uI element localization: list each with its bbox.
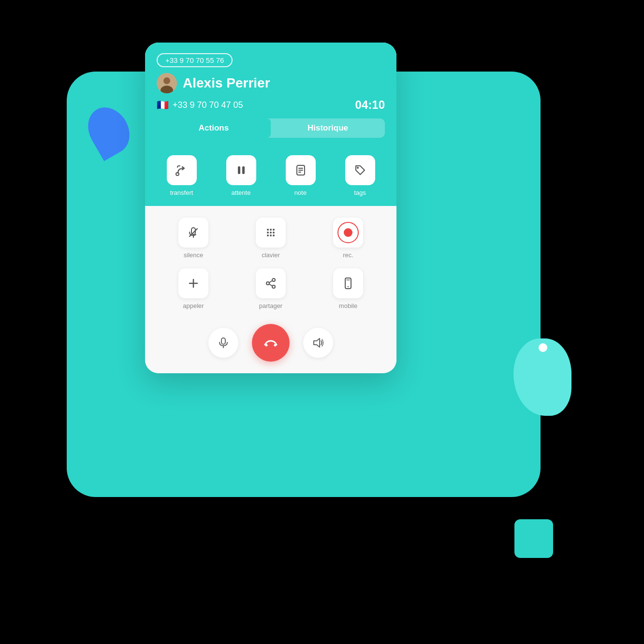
clavier-label: clavier — [262, 251, 280, 259]
svg-line-28 — [269, 281, 272, 283]
flag-icon: 🇫🇷 — [157, 99, 169, 111]
phone-card: +33 9 70 70 55 76 Alexis Perrier 🇫🇷 +33 … — [145, 43, 396, 373]
silence-icon-box — [178, 218, 208, 248]
svg-point-27 — [272, 285, 275, 288]
volume-button[interactable] — [303, 328, 333, 358]
hangup-icon — [263, 335, 278, 351]
tags-icon-box — [345, 155, 375, 185]
dot-decoration-right — [539, 343, 547, 352]
action-attente[interactable]: attente — [214, 155, 268, 196]
svg-rect-5 — [242, 166, 245, 174]
tag-icon — [353, 163, 367, 177]
svg-point-17 — [267, 232, 269, 234]
action-rec[interactable]: rec. — [314, 218, 382, 259]
transfert-icon-box — [167, 155, 197, 185]
svg-line-29 — [269, 284, 272, 286]
call-number-row: 🇫🇷 +33 9 70 70 47 05 — [157, 99, 243, 111]
clavier-icon-box — [256, 218, 286, 248]
svg-point-20 — [267, 234, 269, 236]
tags-label: tags — [354, 189, 366, 196]
note-label: note — [294, 189, 307, 196]
tab-actions[interactable]: Actions — [157, 118, 271, 138]
hangup-button[interactable] — [252, 324, 290, 362]
note-icon — [294, 163, 307, 177]
svg-point-21 — [270, 234, 272, 236]
partager-icon-box — [256, 268, 286, 298]
svg-point-1 — [163, 77, 170, 84]
action-clavier[interactable]: clavier — [237, 218, 305, 259]
rec-icon-box — [333, 218, 363, 248]
mobile-label: mobile — [339, 302, 357, 309]
avatar-svg — [157, 73, 177, 93]
actions-section: transfert attente — [145, 147, 396, 206]
partager-label: partager — [259, 302, 282, 309]
action-appeler[interactable]: appeler — [160, 268, 227, 309]
contact-row: Alexis Perrier — [157, 73, 385, 93]
action-silence[interactable]: silence — [160, 218, 227, 259]
scene: +33 9 70 70 55 76 Alexis Perrier 🇫🇷 +33 … — [0, 0, 644, 644]
action-partager[interactable]: partager — [237, 268, 305, 309]
phone-header: +33 9 70 70 55 76 Alexis Perrier 🇫🇷 +33 … — [145, 43, 396, 147]
keypad-icon — [264, 226, 278, 239]
svg-point-31 — [348, 286, 349, 287]
svg-point-16 — [273, 229, 275, 231]
svg-rect-4 — [238, 166, 240, 174]
mobile-icon-box — [333, 268, 363, 298]
svg-point-26 — [266, 282, 269, 285]
volume-icon — [312, 337, 324, 349]
display-number: +33 9 70 70 55 76 — [165, 56, 224, 64]
svg-point-14 — [267, 229, 269, 231]
avatar — [157, 73, 177, 93]
share-icon — [264, 277, 278, 290]
note-icon-box — [286, 155, 316, 185]
svg-rect-33 — [221, 338, 225, 344]
accent-square — [514, 519, 553, 558]
action-tags[interactable]: tags — [333, 155, 387, 196]
svg-point-15 — [270, 229, 272, 231]
attente-label: attente — [232, 189, 251, 196]
tabs-row: Actions Historique — [157, 118, 385, 138]
bottom-section: silence — [145, 206, 396, 373]
rec-label: rec. — [343, 251, 353, 259]
transfert-label: transfert — [170, 189, 193, 196]
action-transfert[interactable]: transfert — [155, 155, 208, 196]
call-controls — [160, 324, 382, 362]
transfer-icon — [175, 163, 189, 177]
svg-marker-35 — [314, 338, 320, 347]
mic-off-icon — [187, 226, 200, 239]
action-mobile[interactable]: mobile — [314, 268, 382, 309]
contact-name: Alexis Perrier — [183, 75, 270, 91]
plus-icon — [187, 277, 200, 290]
appeler-label: appeler — [183, 302, 204, 309]
secondary-grid: silence — [160, 218, 382, 309]
display-number-pill: +33 9 70 70 55 76 — [157, 53, 233, 67]
call-number-text: +33 9 70 70 47 05 — [173, 100, 243, 110]
tab-historique[interactable]: Historique — [271, 118, 385, 138]
dot-decoration-left — [111, 135, 120, 144]
mic-icon — [217, 337, 230, 349]
svg-point-25 — [272, 278, 275, 281]
call-info-row: 🇫🇷 +33 9 70 70 47 05 04:10 — [157, 98, 385, 112]
call-timer: 04:10 — [355, 98, 385, 112]
mic-button[interactable] — [208, 328, 238, 358]
svg-point-3 — [176, 173, 179, 176]
pause-icon — [234, 163, 248, 177]
record-icon — [337, 222, 359, 243]
actions-grid: transfert attente — [155, 155, 387, 196]
appeler-icon-box — [178, 268, 208, 298]
mobile-icon — [341, 277, 355, 290]
svg-point-22 — [273, 234, 275, 236]
svg-point-18 — [270, 232, 272, 234]
svg-point-19 — [273, 232, 275, 234]
action-note[interactable]: note — [274, 155, 327, 196]
attente-icon-box — [226, 155, 256, 185]
svg-point-10 — [357, 167, 359, 169]
silence-label: silence — [184, 251, 203, 259]
